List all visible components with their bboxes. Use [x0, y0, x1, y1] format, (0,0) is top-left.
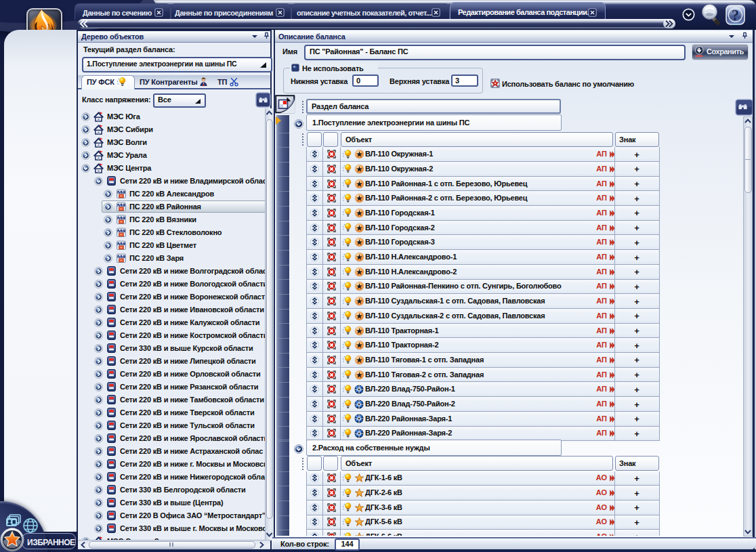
svg-text:?: ?: [732, 7, 740, 24]
